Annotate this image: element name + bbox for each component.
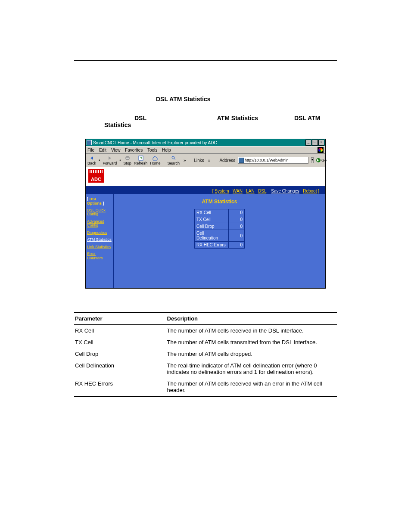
client-body: [ DSL Options ] DSL Quick Config Advance… bbox=[86, 194, 325, 288]
top-divider bbox=[74, 60, 337, 61]
back-button[interactable]: Back bbox=[87, 155, 96, 165]
ie-throbber-icon bbox=[318, 147, 324, 153]
stop-icon bbox=[125, 155, 131, 161]
home-icon bbox=[152, 155, 158, 161]
page-icon bbox=[239, 158, 244, 163]
desc-cell: The real-time indicator of ATM cell deli… bbox=[166, 360, 337, 378]
nav-dsl[interactable]: DSL bbox=[258, 189, 266, 193]
sidebar-diagnostics[interactable]: Diagnostics bbox=[87, 231, 112, 235]
refresh-button[interactable]: Refresh bbox=[134, 155, 148, 165]
section-title: DSL ATM Statistics bbox=[156, 96, 337, 103]
sidebar-header: [ DSL Options ] bbox=[87, 197, 112, 205]
menu-file[interactable]: File bbox=[87, 148, 94, 152]
stat-row: TX Cell 0 bbox=[195, 216, 245, 223]
param-cell: RX Cell bbox=[74, 325, 166, 337]
sidebar-link-statistics[interactable]: Link Statistics bbox=[87, 245, 112, 249]
intro-row: DSL ATM Statistics DSL ATM Statistics bbox=[104, 115, 337, 128]
nav-save-changes[interactable]: Save Changes bbox=[271, 189, 299, 193]
intro-dsl: DSL bbox=[134, 115, 146, 121]
desc-cell: The number of ATM cells received in the … bbox=[166, 325, 337, 337]
address-dropdown[interactable]: ▾ bbox=[311, 157, 314, 163]
sidebar-dsl-quick-config[interactable]: DSL Quick Config bbox=[87, 208, 112, 217]
stat-value: 0 bbox=[229, 230, 245, 242]
table-row: Cell Drop The number of ATM cells droppe… bbox=[74, 348, 337, 360]
stat-label: RX Cell bbox=[195, 209, 229, 216]
stat-value: 0 bbox=[229, 216, 245, 223]
go-icon bbox=[316, 158, 321, 162]
forward-button[interactable]: Forward bbox=[103, 155, 117, 165]
stop-label: Stop bbox=[123, 161, 131, 165]
adc-logo: ADC bbox=[88, 169, 104, 183]
stat-value: 0 bbox=[229, 223, 245, 230]
main-panel: ATM Statistics RX Cell 0 TX Cell 0 Cell … bbox=[114, 194, 325, 288]
desc-cell: The number of ATM cells received with an… bbox=[166, 378, 337, 396]
sidebar-error-counters[interactable]: Error Counters bbox=[87, 252, 112, 260]
stat-value: 0 bbox=[229, 242, 245, 249]
close-button[interactable]: × bbox=[318, 140, 324, 146]
top-nav: [ System WAN LAN DSL Save Changes Reboot… bbox=[86, 188, 325, 194]
nav-reboot[interactable]: Reboot bbox=[303, 189, 317, 193]
svg-rect-1 bbox=[126, 158, 129, 159]
table-row: RX Cell The number of ATM cells received… bbox=[74, 325, 337, 337]
refresh-icon bbox=[138, 155, 144, 161]
adc-bar: ADC bbox=[86, 167, 325, 188]
col-parameter: Parameter bbox=[74, 312, 166, 325]
panel-title: ATM Statistics bbox=[202, 199, 237, 205]
table-row: Cell Delineation The real-time indicator… bbox=[74, 360, 337, 378]
parameter-table: Parameter Description RX Cell The number… bbox=[74, 312, 337, 397]
nav-system[interactable]: System bbox=[215, 189, 229, 193]
sidebar-atm-statistics[interactable]: ATM Statistics bbox=[87, 238, 112, 242]
sidebar-advanced-config[interactable]: Advanced Config bbox=[87, 220, 112, 228]
menu-edit[interactable]: Edit bbox=[99, 148, 106, 152]
search-icon bbox=[171, 155, 177, 161]
stat-label: TX Cell bbox=[195, 216, 229, 223]
param-cell: Cell Delineation bbox=[74, 360, 166, 378]
table-row: TX Cell The number of ATM cells transmit… bbox=[74, 336, 337, 348]
address-label: Address bbox=[219, 158, 235, 163]
sidebar: [ DSL Options ] DSL Quick Config Advance… bbox=[86, 194, 114, 288]
refresh-label: Refresh bbox=[134, 161, 148, 165]
search-button[interactable]: Search bbox=[167, 155, 180, 165]
menu-tools[interactable]: Tools bbox=[147, 148, 157, 152]
stat-label: RX HEC Errors bbox=[195, 242, 229, 249]
links-overflow[interactable]: » bbox=[207, 158, 212, 163]
table-row: RX HEC Errors The number of ATM cells re… bbox=[74, 378, 337, 396]
stat-table: RX Cell 0 TX Cell 0 Cell Drop 0 Cell D bbox=[194, 209, 245, 249]
ie-title-text: SmartCNCT Home - Microsoft Internet Expl… bbox=[93, 140, 217, 145]
stat-label: Cell Delineation bbox=[195, 230, 229, 242]
svg-rect-2 bbox=[139, 156, 143, 160]
nav-wan[interactable]: WAN bbox=[233, 189, 243, 193]
ie-toolbar: Back • Forward • Stop Refresh bbox=[86, 154, 325, 167]
home-button[interactable]: Home bbox=[150, 155, 160, 165]
home-label: Home bbox=[150, 161, 160, 165]
page: DSL ATM Statistics DSL ATM Statistics DS… bbox=[0, 0, 411, 532]
ie-client-area: ADC [ System WAN LAN DSL Save Changes Re… bbox=[86, 167, 325, 288]
param-cell: TX Cell bbox=[74, 336, 166, 348]
maximize-button[interactable]: □ bbox=[312, 140, 318, 146]
desc-cell: The number of ATM cells dropped. bbox=[166, 348, 337, 360]
param-cell: Cell Drop bbox=[74, 348, 166, 360]
go-button[interactable]: Go bbox=[316, 158, 327, 162]
go-label: Go bbox=[321, 158, 327, 162]
forward-label: Forward bbox=[103, 161, 117, 165]
menu-view[interactable]: View bbox=[111, 148, 121, 152]
ie-menubar: File Edit View Favorites Tools Help bbox=[86, 146, 325, 154]
intro-atm: ATM Statistics bbox=[217, 115, 258, 121]
menu-help[interactable]: Help bbox=[162, 148, 171, 152]
links-label: Links bbox=[194, 158, 204, 163]
back-arrow-icon bbox=[89, 155, 95, 161]
toolbar-overflow[interactable]: » bbox=[182, 158, 187, 163]
stat-label: Cell Drop bbox=[195, 223, 229, 230]
menu-favorites[interactable]: Favorites bbox=[125, 148, 143, 152]
stat-row: RX HEC Errors 0 bbox=[195, 242, 245, 249]
stat-row: RX Cell 0 bbox=[195, 209, 245, 216]
ie-window: SmartCNCT Home - Microsoft Internet Expl… bbox=[85, 139, 326, 289]
stat-value: 0 bbox=[229, 209, 245, 216]
stop-button[interactable]: Stop bbox=[123, 155, 131, 165]
nav-lan[interactable]: LAN bbox=[246, 189, 254, 193]
back-label: Back bbox=[87, 161, 96, 165]
minimize-button[interactable]: _ bbox=[305, 140, 311, 146]
ie-titlebar: SmartCNCT Home - Microsoft Internet Expl… bbox=[86, 139, 325, 146]
col-description: Description bbox=[166, 312, 337, 325]
address-input[interactable]: http://10.0.0.1/WebAdmin bbox=[238, 157, 308, 164]
